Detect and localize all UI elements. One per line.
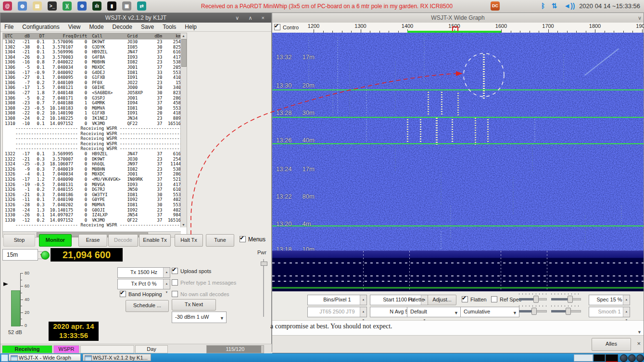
table-row[interactable]: 1328-241.310.1401750G0OJIIO9223402 (3, 208, 181, 213)
network-arrows-icon[interactable]: ⇅ (552, 2, 557, 10)
ref-spec-checkbox[interactable]: Ref Spec (491, 296, 521, 302)
table-row[interactable]: 1302-210.13.5700960DK9WTJO3023254 (3, 39, 181, 45)
table-row[interactable]: 1330-120.214.0971520VK3MOQF223716516 (3, 218, 181, 223)
upload-spots-checkbox[interactable]: Upload spots (172, 268, 211, 274)
table-row[interactable]: 1306-50.17.0400340M0XDCJO0137205 (3, 65, 181, 70)
terminal-icon[interactable]: >_ (48, 1, 57, 11)
tx-next-button[interactable]: Tx Next (172, 299, 216, 311)
tx-freq-spinbox[interactable]: Tx 1500 Hz▲▼ (117, 267, 170, 278)
table-row[interactable]: 1306-160.87.0400220M0BHNIO8223538 (3, 60, 181, 65)
table-row[interactable]: 1306-17-0.97.0400920G4DEJIO8133553 (3, 70, 181, 75)
table-row[interactable]: 1332------------------------ Receiving W… (3, 223, 181, 228)
enable-tx-button[interactable]: Enable Tx (139, 234, 171, 247)
tune-button[interactable]: Tune (206, 234, 234, 247)
slider-handle[interactable] (261, 262, 267, 266)
browser-globe-icon[interactable]: ◍ (18, 1, 27, 11)
zero-slider[interactable] (551, 295, 581, 302)
decode-button[interactable]: Decode (108, 234, 138, 247)
table-row[interactable]: 1312------------------------ Receiving W… (3, 126, 181, 131)
gain-slider[interactable] (519, 295, 547, 302)
table-row[interactable]: 1326-110.17.0401900G0YPEIO9237402 (3, 197, 181, 202)
table-row[interactable]: 1326-171.27.0400900<MU/VK4VGK>IN09RK3752… (3, 177, 181, 182)
waterfall-display[interactable]: 13:3217m13:3020m13:2830m13:2640m13:2417m… (272, 33, 644, 291)
cumulative-select[interactable]: Cumulative▼ (460, 307, 519, 317)
raspberry-menu-icon[interactable]: @ (3, 1, 12, 11)
controls-checkbox[interactable]: Contro (274, 24, 303, 30)
taskbar-window-widegraph[interactable]: WSJT-X - Wide Graph (9, 354, 81, 361)
window-controls[interactable]: ∨ ∧ × (235, 13, 268, 23)
tx-pct-spinbox[interactable]: Tx Pct 0 %▲▼ (117, 279, 170, 289)
smooth-spinbox[interactable]: Smooth 1▲▼ (589, 307, 630, 317)
table-row[interactable]: 1310-100.114.0971520VK3MOQF223716516 (3, 121, 181, 126)
menu-mode[interactable]: Mode (89, 23, 104, 32)
table-row[interactable]: 1306-270.17.0400950G1FXBIO9120410 (3, 75, 181, 80)
table-row[interactable]: 1326-10.27.0401550DG7RJJN5037610 (3, 187, 181, 192)
table-row[interactable]: 1304-210.13.5699960HB9ZELJN4737616 (3, 50, 181, 55)
halt-tx-button[interactable]: Halt Tx (175, 234, 203, 247)
table-row[interactable]: 1326-19-0.57.0401310M0VGAIO9323417 (3, 182, 181, 187)
table-row[interactable]: 1304-260.33.5700030G4FBAIO9333417 (3, 55, 181, 60)
tray-app-icon[interactable]: DC (491, 1, 500, 11)
no-own-call-checkbox[interactable]: No own call decodes (172, 291, 229, 297)
tray-icon[interactable] (628, 354, 636, 362)
window-controls[interactable]: ∨ (638, 13, 642, 23)
show-desktop-button[interactable] (1, 354, 8, 362)
erase-button[interactable]: Erase (78, 234, 107, 247)
scroll-thumb[interactable] (181, 39, 187, 67)
menu-help[interactable]: Help (185, 23, 197, 32)
table-row[interactable]: 1316------------------------ Receiving W… (3, 136, 181, 141)
vertical-scrollbar[interactable]: ▲ ▼ (180, 33, 187, 227)
gain2-slider[interactable] (519, 307, 547, 314)
scroll-up-arrow[interactable]: ▲ (181, 33, 186, 38)
menus-checkbox[interactable]: Menus (240, 236, 265, 243)
flatten-checkbox[interactable]: Flatten (462, 296, 487, 302)
tray-icon[interactable] (620, 354, 628, 362)
jt65-jt9-spinbox[interactable]: JT65 2500 JT9▲▼ (307, 307, 367, 317)
launcher-icons[interactable]: @◍▤>_)(⊕ılı▮▣⇄ (0, 0, 149, 8)
menu-tools[interactable]: Tools (163, 23, 176, 32)
table-row[interactable]: 1306-271.87.0401480<SA6BDX>JO58XP30823 (3, 90, 181, 96)
volume-icon[interactable]: ◄)) (564, 2, 575, 10)
palette-select[interactable]: Default▼ (407, 307, 461, 317)
table-row[interactable]: 1308-230.77.0401881G4MRKIO9437458 (3, 100, 181, 106)
file-manager-icon[interactable]: ▤ (33, 1, 42, 11)
tx-power-select[interactable]: -30 dBm 1 uW▼ (172, 312, 227, 323)
table-row[interactable]: 1330-260.114.0970270IZ4LXPJN5437984 (3, 212, 181, 218)
image-viewer-icon[interactable]: ▣ (122, 1, 131, 11)
media-player-icon[interactable]: ▮ (107, 1, 116, 11)
monitor-button[interactable]: Monitor (39, 234, 72, 247)
wide-graph-titlebar[interactable]: WSJT-X Wide Graph ∨ (272, 13, 644, 23)
table-row[interactable]: 1322-170.13.5699950HB9ZELJN4737616 (3, 151, 181, 157)
table-body[interactable]: 1302-210.13.5700960DK9WTJO30232541302-38… (3, 39, 181, 228)
table-row[interactable]: 1306-70.27.0401090PF0XJO222315 (3, 80, 181, 86)
scroll-down-arrow[interactable]: ▼ (181, 222, 186, 227)
schedule-button[interactable]: Schedule ... (126, 300, 169, 312)
teamviewer-icon[interactable]: ⇄ (137, 1, 146, 11)
earth-globe-icon[interactable]: ⊕ (77, 1, 87, 11)
menu-file[interactable]: File (4, 23, 13, 32)
table-row[interactable]: 1326-280.37.0402020M0MVAIO8130553 (3, 202, 181, 208)
spec-percent-spinbox[interactable]: Spec 15 %▲▼ (589, 295, 630, 305)
table-row[interactable]: 1308-23-0.510.1401830M0MVAIO8130553 (3, 106, 181, 111)
table-row[interactable]: 1302-380.13.5701070G3DYKIO8530825 (3, 45, 181, 50)
menu-view[interactable]: View (68, 23, 81, 32)
band-hopping-checkbox[interactable]: Band Hopping (120, 291, 162, 297)
bluetooth-icon[interactable]: ᛒ (541, 2, 545, 10)
band-select[interactable]: 15m ▼ (2, 249, 38, 261)
bins-per-pixel-spinbox[interactable]: Bins/Pixel 1▲▼ (307, 295, 367, 305)
taskbar-preview[interactable] (574, 354, 593, 362)
tray-icon[interactable] (636, 354, 644, 362)
taskbar-window-wsjtx[interactable]: WSJT-X v2.1.2 by K1... (83, 354, 151, 361)
table-row[interactable]: 1326-40.17.0400340M0XDCJO0137286 (3, 172, 181, 177)
table-row[interactable]: 1318------------------------ Receiving W… (3, 141, 181, 147)
table-row[interactable]: 1324-25-0.318.1060770HA6QLJN97371144 (3, 162, 181, 167)
taskbar-thumbnail[interactable] (593, 354, 605, 362)
dc-app-icon[interactable]: )( (63, 1, 72, 11)
adjust-button[interactable]: Adjust... (428, 295, 456, 305)
close-icon[interactable]: × (637, 340, 641, 347)
taskbar-thumbnail[interactable] (606, 354, 618, 362)
sdr-app-icon[interactable]: ılı (92, 1, 101, 11)
table-row[interactable]: 1306-171.57.0401210G0IHEJO0020340 (3, 85, 181, 90)
table-row[interactable]: 1306-50.27.0401710G3SPJJO0137286 (3, 96, 181, 101)
table-row[interactable]: 1308-240.210.1402250IK1NEJJN3423889 (3, 116, 181, 121)
